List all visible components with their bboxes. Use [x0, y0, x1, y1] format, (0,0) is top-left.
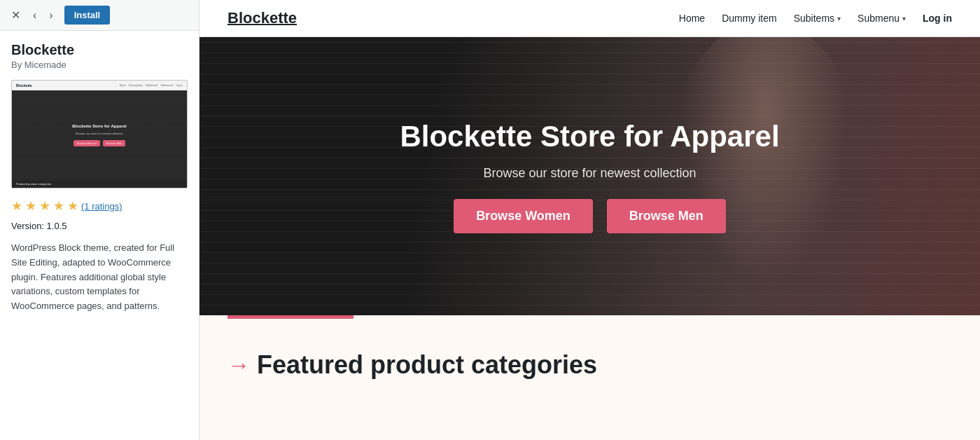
star-3: ★ [39, 198, 50, 214]
theme-description: WordPress Block theme, created for Full … [11, 241, 188, 314]
sidebar: ✕ ‹ › Install Blockette By Micemade Bloc… [0, 0, 200, 440]
sidebar-content: Blockette By Micemade Blockette HomeDumm… [0, 31, 199, 440]
hero-content: Blockette Store for Apparel Browse our s… [200, 37, 980, 315]
mini-hero-title: Blockette Store for Apparel [72, 124, 126, 128]
site-nav: Home Dummy item Subitems ▾ Submenu ▾ Log… [679, 13, 952, 24]
forward-button[interactable]: › [45, 6, 57, 25]
mini-section-title: Featured product categories [12, 180, 187, 188]
hero-title: Blockette Store for Apparel [400, 119, 779, 154]
forward-icon: › [49, 9, 52, 22]
featured-title: → Featured product categories [227, 350, 952, 380]
mini-btn-men: Browse Men [103, 140, 125, 146]
submenu-label: Submenu [858, 13, 899, 24]
mini-btn-women: Browse Women [74, 140, 100, 146]
below-hero-section: → Featured product categories [200, 315, 980, 440]
back-button[interactable]: ‹ [29, 6, 41, 25]
site-logo: Blockette [227, 9, 297, 27]
theme-author: By Micemade [11, 60, 188, 70]
version-text: Version: 1.0.5 [11, 221, 188, 231]
nav-login[interactable]: Log in [923, 13, 952, 24]
mini-logo: Blockette [16, 83, 32, 88]
star-2: ★ [25, 198, 36, 214]
sidebar-toolbar: ✕ ‹ › Install [0, 0, 199, 31]
browse-women-button[interactable]: Browse Women [454, 199, 593, 233]
featured-title-text: Featured product categories [257, 350, 597, 380]
star-1: ★ [11, 198, 22, 214]
submenu-chevron-icon: ▾ [902, 15, 906, 22]
pink-accent-bar [227, 315, 354, 319]
back-icon: ‹ [33, 9, 36, 22]
theme-name: Blockette [11, 42, 188, 58]
browse-men-button[interactable]: Browse Men [607, 199, 726, 233]
arrow-icon: → [227, 352, 250, 378]
site-header: Blockette Home Dummy item Subitems ▾ Sub… [200, 0, 980, 37]
nav-home[interactable]: Home [679, 13, 705, 24]
stars-row: ★ ★ ★ ★ ★ (1 ratings) [11, 198, 188, 214]
close-button[interactable]: ✕ [7, 6, 24, 25]
subitems-label: Subitems [794, 13, 834, 24]
subitems-chevron-icon: ▾ [837, 15, 841, 22]
mini-hero-sub: Browse our store for newest collection [76, 132, 123, 135]
nav-submenu[interactable]: Submenu ▾ [858, 13, 906, 24]
hero-buttons: Browse Women Browse Men [454, 199, 726, 233]
ratings-link[interactable]: (1 ratings) [81, 201, 122, 212]
star-5: ★ [67, 198, 78, 214]
hero-section: Blockette Store for Apparel Browse our s… [200, 37, 980, 315]
nav-dummy-item[interactable]: Dummy item [722, 13, 777, 24]
mini-nav: HomeDummy ItemSubitems ▾Submenu ▾Log in [120, 84, 183, 87]
preview-area: Blockette Home Dummy item Subitems ▾ Sub… [200, 0, 980, 440]
nav-subitems[interactable]: Subitems ▾ [794, 13, 841, 24]
mini-hero: Blockette Store for Apparel Browse our s… [12, 90, 187, 180]
theme-screenshot: Blockette HomeDummy ItemSubitems ▾Submen… [11, 80, 188, 188]
star-4: ★ [53, 198, 64, 214]
install-button[interactable]: Install [64, 6, 111, 25]
hero-subtitle: Browse our store for newest collection [483, 166, 696, 181]
close-icon: ✕ [11, 8, 20, 22]
